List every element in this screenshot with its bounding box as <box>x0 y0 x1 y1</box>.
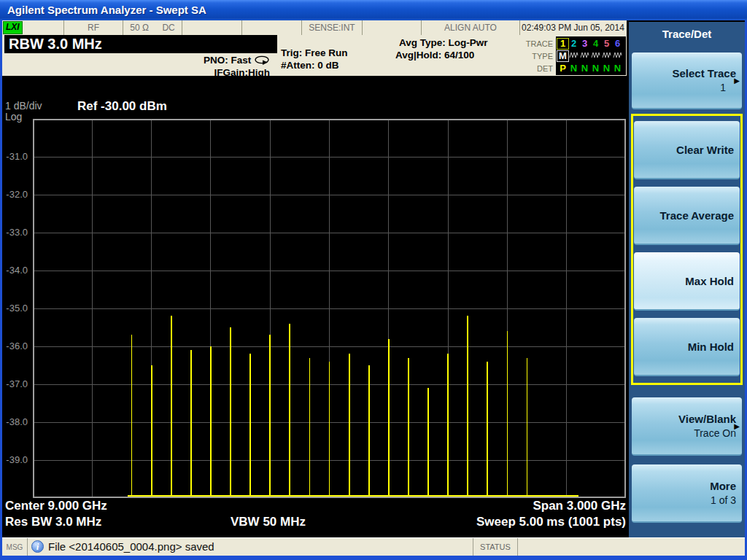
softkey-min-hold[interactable]: Min Hold <box>634 318 740 376</box>
softkey-view-blank[interactable]: View/Blank ▶ Trace On <box>632 397 742 456</box>
rf-indicator: RF <box>64 20 123 35</box>
trace-legend-labels: TRACE TYPE DET <box>511 38 553 75</box>
coupling-indicator: DC <box>162 23 174 33</box>
trigger-block: Trig: Free Run #Atten: 0 dB <box>281 47 348 71</box>
softkey-panel: Trace/Det Select Trace ▶ 1 Clear Write T… <box>629 22 745 537</box>
trace-type-waveform-icon <box>579 51 590 61</box>
softkey-label: Clear Write <box>676 144 734 156</box>
softkey-label: Min Hold <box>688 341 734 353</box>
lxi-badge: LXI <box>3 21 23 34</box>
trace-type-waveform-icon <box>590 51 601 61</box>
detector-letter: N <box>612 63 623 74</box>
softkey-max-hold[interactable]: Max Hold <box>634 252 740 311</box>
softkey-label: Max Hold <box>685 275 734 287</box>
window-title: Agilent Spectrum Analyzer - Swept SA <box>7 4 206 16</box>
softkey-label: Trace Average <box>660 209 734 222</box>
status-label: STATUS <box>473 538 518 556</box>
softkey-more[interactable]: More 1 of 3 <box>632 464 742 523</box>
align-indicator: ALIGN AUTO <box>422 20 520 35</box>
softkey-select-trace[interactable]: Select Trace ▶ 1 <box>632 52 742 109</box>
trace-row-label: TRACE <box>511 38 553 50</box>
softkey-trace-average[interactable]: Trace Average <box>634 187 740 245</box>
trigger-readout: Trig: Free Run <box>281 47 348 59</box>
impedance-indicator: 50 Ω <box>130 23 149 33</box>
softkey-clear-write[interactable]: Clear Write <box>634 121 740 179</box>
trace-number: 3 <box>579 39 590 49</box>
settings-strip: LXI RF 50 Ω DC SENSE:INT ALIGN AUTO 02:4… <box>2 20 627 35</box>
submenu-arrow-icon: ▶ <box>734 422 740 430</box>
trace-legend: 123456 M PNNNNN <box>556 36 626 75</box>
trace-type-row: M <box>557 50 624 62</box>
empty-cell-2 <box>242 20 302 35</box>
type-row-label: TYPE <box>511 50 553 63</box>
lxi-cell: LXI <box>2 20 64 35</box>
scale-per-div-readout: 1 dB/div <box>5 100 42 112</box>
y-axis-label: -35.0 <box>1 303 28 314</box>
sense-indicator: SENSE:INT <box>302 20 363 35</box>
detector-letter: N <box>568 63 579 74</box>
trace-number: 5 <box>601 39 612 49</box>
trace-number: 4 <box>590 39 601 49</box>
det-row-label: DET <box>511 63 553 75</box>
ref-level-readout: Ref -30.00 dBm <box>77 99 167 114</box>
pno-block: PNO: Fast IFGain:High <box>159 54 270 79</box>
softkey-label: Select Trace <box>672 67 736 79</box>
y-axis-label: -37.0 <box>1 378 28 389</box>
trace-numbers-row: 123456 <box>557 37 624 50</box>
trace-type-waveform-icon <box>601 51 612 61</box>
span-readout: Span 3.000 GHz <box>533 499 626 513</box>
average-block: Avg Type: Log-Pwr Avg|Hold: 64/100 <box>395 36 488 61</box>
attenuation-readout: #Atten: 0 dB <box>281 59 348 71</box>
pno-readout: PNO: Fast <box>204 55 251 66</box>
spectrum-analyzer-screen: Agilent Spectrum Analyzer - Swept SA LXI… <box>0 0 747 560</box>
clock: 02:49:03 PM Jun 05, 2014 <box>520 20 626 35</box>
softkey-value: 1 of 3 <box>711 494 736 506</box>
trace-number: 1 <box>557 39 568 49</box>
empty-cell-3 <box>363 20 422 35</box>
y-axis-label: -39.0 <box>1 454 28 465</box>
sweep-loop-icon <box>254 55 270 65</box>
scale-type-readout: Log <box>5 111 22 122</box>
y-axis-label: -31.0 <box>1 151 28 162</box>
y-axis-label: -34.0 <box>1 265 28 276</box>
graticule-and-trace <box>33 119 626 498</box>
trace-type-waveform-icon <box>612 51 623 61</box>
avg-hold-readout: Avg|Hold: 64/100 <box>395 49 488 61</box>
trace-number: 2 <box>568 39 579 49</box>
input-cell: 50 Ω DC <box>123 20 182 35</box>
softkey-label: View/Blank <box>678 413 736 425</box>
detector-letter: N <box>590 63 601 74</box>
msg-text: File <20140605_0004.png> saved <box>48 540 214 558</box>
softkey-value: Trace On <box>694 427 736 439</box>
sweep-readout: Sweep 5.00 ms (1001 pts) <box>476 515 626 529</box>
active-function-readout: RBW 3.0 MHz <box>4 35 277 53</box>
detector-letter: N <box>601 63 612 74</box>
msg-label: MSG <box>2 538 28 556</box>
y-axis-label: -32.0 <box>1 189 28 200</box>
vbw-readout: VBW 50 MHz <box>231 515 306 529</box>
empty-cell-1 <box>182 20 242 35</box>
trace-type-active: M <box>557 51 568 61</box>
trace-mode-group: Clear Write Trace Average Max Hold Min H… <box>631 114 743 385</box>
detector-letter: N <box>579 63 590 74</box>
message-bar: MSG i File <20140605_0004.png> saved STA… <box>2 537 745 556</box>
submenu-arrow-icon: ▶ <box>734 77 740 85</box>
softkey-menu-title: Trace/Det <box>629 28 745 40</box>
window-titlebar: Agilent Spectrum Analyzer - Swept SA <box>0 0 747 20</box>
y-axis-label: -33.0 <box>1 227 28 238</box>
trace-number: 6 <box>612 39 623 49</box>
detector-row: PNNNNN <box>557 62 624 74</box>
y-axis-label: -36.0 <box>1 341 28 351</box>
avg-type-readout: Avg Type: Log-Pwr <box>395 36 488 49</box>
info-icon: i <box>31 540 44 553</box>
res-bw-readout: Res BW 3.0 MHz <box>5 515 101 529</box>
softkey-label: More <box>710 480 736 492</box>
trace-type-waveform-icon <box>568 51 579 61</box>
y-axis-label: -38.0 <box>1 416 28 427</box>
center-freq-readout: Center 9.000 GHz <box>5 499 107 513</box>
detector-letter: P <box>557 63 568 74</box>
